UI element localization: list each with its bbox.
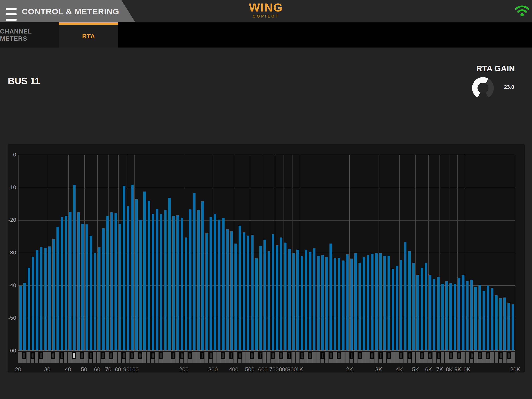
x-tick-label: 100 [129,366,139,373]
x-tick-label: 900 [287,366,297,373]
x-tick-label: 2K [346,366,353,373]
rta-gain-label: RTA GAIN [465,64,526,73]
app-logo: WING COPILOT [227,1,305,19]
x-tick-label: 80 [115,366,121,373]
x-tick-label: 3K [375,366,382,373]
x-tick-label: 500 [245,366,254,373]
x-tick-label: 90 [123,366,129,373]
y-tick-label: -10 [8,184,16,191]
menu-icon[interactable] [6,8,17,22]
x-tick-label: 400 [229,366,238,373]
source-name-label: BUS 11 [8,76,40,86]
x-tick-label: 70 [105,366,111,373]
logo-wing: WING [227,1,305,14]
y-tick-label: -30 [8,250,16,256]
x-axis-labels: 2030405060708090100200300400500600700800… [18,144,515,373]
wing-copilot-app: CONTROL & METERING WING COPILOT CHANNEL … [0,0,532,399]
y-tick-label: -60 [8,348,16,354]
x-tick-label: 50 [81,366,87,373]
rta-chart-panel: 0-10-20-30-40-50-60 20304050607080901002… [8,144,525,373]
x-tick-label: 200 [179,366,189,373]
rta-gain-knob[interactable] [472,77,494,99]
page-title: CONTROL & METERING [22,7,119,16]
x-tick-label: 60 [94,366,100,373]
x-tick-label: 800 [279,366,288,373]
x-tick-label: 600 [258,366,267,373]
x-tick-label: 20K [510,366,520,373]
x-tick-label: 300 [208,366,218,373]
x-tick-label: 30 [44,366,51,373]
x-tick-label: 1K [296,366,303,373]
y-tick-label: -50 [8,315,16,321]
x-tick-label: 700 [269,366,279,373]
x-tick-label: 20 [15,366,21,373]
y-tick-label: -40 [8,282,16,289]
tab-channel-meters[interactable]: CHANNEL METERS [0,22,59,48]
wifi-icon[interactable] [515,4,529,17]
top-header: CONTROL & METERING WING COPILOT [0,0,532,22]
x-tick-label: 8K [446,366,453,373]
rta-gain-value: 23.0 [504,84,514,90]
tab-rta[interactable]: RTA [59,22,118,48]
tab-bar: CHANNEL METERS RTA [0,22,532,48]
x-tick-label: 6K [425,366,432,373]
x-tick-label: 40 [65,366,71,373]
x-tick-label: 10K [460,366,470,373]
x-tick-label: 4K [396,366,403,373]
x-tick-label: 7K [436,366,443,373]
y-tick-label: 0 [8,152,16,158]
x-tick-label: 5K [412,366,419,373]
logo-copilot: COPILOT [227,14,305,19]
y-tick-label: -20 [8,217,16,223]
